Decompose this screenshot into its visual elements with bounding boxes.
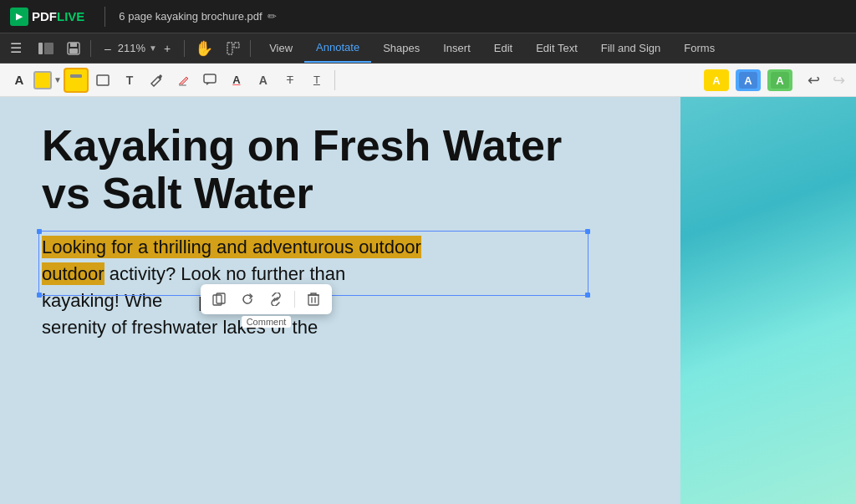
highlighted-paragraph: Looking for a thrilling and adventurous … xyxy=(42,234,814,288)
zoom-level[interactable]: 211% xyxy=(118,42,145,54)
style-yellow-button[interactable]: A xyxy=(704,69,729,91)
highlighted-text: Looking for a thrilling and adventurous … xyxy=(42,234,585,288)
svg-rect-1 xyxy=(44,43,54,54)
pdf-canvas: Kayaking on Fresh Water vs Salt Water Lo… xyxy=(0,97,856,504)
text-tool-button[interactable]: T xyxy=(117,68,142,93)
underline-button[interactable]: T xyxy=(304,68,329,93)
context-menu-delete-icon[interactable] xyxy=(302,288,325,311)
nav-divider-2 xyxy=(184,40,185,57)
main-area: Kayaking on Fresh Water vs Salt Water Lo… xyxy=(0,97,856,504)
highlight-span-2: outdoor xyxy=(42,262,104,285)
menu-shapes[interactable]: Shapes xyxy=(371,33,431,63)
selection-handle-br xyxy=(585,293,590,298)
toolbar-separator xyxy=(334,70,335,90)
strikethrough-button[interactable]: T xyxy=(278,68,303,93)
logo: ▶ PDFLIVE xyxy=(10,8,84,26)
context-menu xyxy=(201,284,332,314)
svg-rect-6 xyxy=(234,43,239,48)
title-line1: Kayaking on Fresh Water xyxy=(42,121,562,170)
menu-view[interactable]: View xyxy=(257,33,304,63)
pen-tool-button[interactable] xyxy=(144,68,169,93)
select-tool-button[interactable] xyxy=(220,33,247,63)
highlight-tool-button[interactable] xyxy=(64,68,89,93)
title-line2: vs Salt Water xyxy=(42,169,313,217)
style-blue-button[interactable]: A xyxy=(736,69,761,91)
logo-icon: ▶ xyxy=(10,8,28,26)
nav-divider-3 xyxy=(250,40,251,57)
para-normal-1: activity? Look no further than xyxy=(104,263,346,284)
page-title: Kayaking on Fresh Water vs Salt Water xyxy=(42,122,814,217)
text-color-button[interactable]: A xyxy=(224,68,249,93)
eraser-tool-button[interactable] xyxy=(171,68,196,93)
color-picker-button[interactable] xyxy=(33,71,52,89)
menu-edit-text[interactable]: Edit Text xyxy=(524,33,589,63)
svg-rect-4 xyxy=(69,48,78,53)
svg-rect-5 xyxy=(227,43,232,54)
nav-divider-1 xyxy=(90,40,91,57)
context-menu-wrapper: Comment xyxy=(201,284,332,328)
logo-text: PDFLIVE xyxy=(32,9,84,24)
filename: 6 page kayaking brochure.pdf ✏ xyxy=(119,10,276,23)
edit-filename-icon[interactable]: ✏ xyxy=(268,10,277,23)
annotation-toolbar: A ▼ T A A T T A A A ↩ ↪ xyxy=(0,64,856,97)
context-menu-refresh-icon[interactable] xyxy=(236,288,259,311)
context-menu-link-icon[interactable] xyxy=(264,288,288,311)
color-swatch: ▼ xyxy=(33,71,62,89)
rectangle-tool-button[interactable] xyxy=(90,68,115,93)
svg-text:A: A xyxy=(744,74,752,87)
menu-fill-sign[interactable]: Fill and Sign xyxy=(589,33,673,63)
svg-rect-0 xyxy=(38,43,43,54)
top-bar: ▶ PDFLIVE 6 page kayaking brochure.pdf ✏ xyxy=(0,0,856,33)
para-normal-2: kayaking! Whe xyxy=(42,290,162,311)
panel-toggle-button[interactable] xyxy=(32,33,60,63)
context-menu-label: Comment xyxy=(242,316,292,328)
zoom-out-button[interactable]: – xyxy=(101,40,115,57)
svg-rect-3 xyxy=(70,43,77,47)
menu-annotate[interactable]: Annotate xyxy=(304,33,371,63)
menu-items: View Annotate Shapes Insert Edit Edit Te… xyxy=(257,33,726,63)
menu-insert[interactable]: Insert xyxy=(431,33,482,63)
text-style-button[interactable]: A xyxy=(7,68,32,93)
svg-rect-10 xyxy=(179,84,186,86)
svg-text:A: A xyxy=(712,74,721,87)
hand-tool-button[interactable]: ✋ xyxy=(188,33,220,63)
highlight-span-1: Looking for a thrilling and adventurous … xyxy=(42,236,421,258)
context-menu-divider xyxy=(294,291,295,308)
zoom-in-button[interactable]: + xyxy=(160,40,174,57)
style-green-button[interactable]: A xyxy=(767,69,792,91)
svg-text:A: A xyxy=(776,74,784,87)
hamburger-menu[interactable]: ☰ xyxy=(0,33,32,63)
svg-rect-9 xyxy=(97,75,109,85)
svg-rect-8 xyxy=(70,74,82,78)
menu-forms[interactable]: Forms xyxy=(672,33,726,63)
svg-rect-7 xyxy=(69,78,84,84)
selection-handle-tr xyxy=(585,229,590,234)
right-tools: A A A ↩ ↪ xyxy=(704,69,849,91)
svg-rect-20 xyxy=(308,295,318,305)
text-bold-button[interactable]: A xyxy=(251,68,276,93)
comment-tool-button[interactable] xyxy=(197,68,222,93)
undo-button[interactable]: ↩ xyxy=(802,69,824,91)
logo-divider xyxy=(104,7,105,27)
menu-edit[interactable]: Edit xyxy=(482,33,524,63)
filename-text: 6 page kayaking brochure.pdf xyxy=(119,10,262,23)
nav-bar: ☰ – 211% ▼ + ✋ View Annotate Shapes Inse… xyxy=(0,33,856,64)
svg-rect-11 xyxy=(204,74,216,83)
color-dropdown-arrow[interactable]: ▼ xyxy=(54,75,62,84)
zoom-control: – 211% ▼ + xyxy=(94,40,181,57)
context-menu-copy-icon[interactable] xyxy=(207,288,231,311)
redo-button[interactable]: ↪ xyxy=(828,69,849,91)
save-button[interactable] xyxy=(60,33,87,63)
